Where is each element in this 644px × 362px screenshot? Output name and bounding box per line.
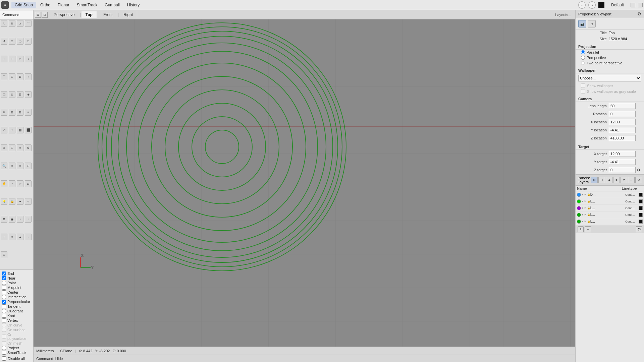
wallpaper-dropdown[interactable]: Choose...: [578, 75, 641, 81]
viewport-canvas[interactable]: Top: [34, 19, 575, 347]
tool-move[interactable]: ✛: [1, 56, 7, 62]
tab-top[interactable]: Top: [82, 11, 97, 18]
lens-input[interactable]: [609, 103, 636, 109]
tool-orbit[interactable]: ⊙: [9, 38, 15, 45]
tool-extrude[interactable]: ↑: [25, 73, 32, 80]
proj-twopoint-radio[interactable]: [581, 61, 585, 65]
tab-perspective[interactable]: Perspective: [50, 11, 79, 18]
menu-smart-track[interactable]: SmartTrack: [73, 2, 101, 8]
layer-row-4[interactable]: ● ☀ 🔒 L... Conti...: [576, 218, 644, 225]
layer-tab-icon-2[interactable]: □: [598, 177, 605, 183]
proj-parallel-row[interactable]: Parallel: [576, 50, 644, 55]
tool-layer[interactable]: ≡: [17, 144, 23, 151]
yloc-input[interactable]: [609, 127, 636, 133]
tool-misc3[interactable]: ▲: [17, 234, 23, 240]
tool-measure[interactable]: ⊞: [25, 180, 32, 187]
tool-zoom-all[interactable]: ⊕: [17, 163, 23, 169]
tool-lock[interactable]: 🔒: [9, 198, 15, 205]
nav-target-button[interactable]: ⊙: [588, 1, 596, 9]
xloc-input[interactable]: [609, 119, 636, 125]
tool-gear[interactable]: ⚙: [1, 216, 7, 223]
tool-misc4[interactable]: →: [25, 234, 32, 240]
view-camera-icon[interactable]: 📷: [578, 20, 586, 27]
tool-circle[interactable]: ○: [25, 198, 32, 205]
tool-select2[interactable]: ⊕: [9, 20, 15, 27]
proj-perspective-radio[interactable]: [581, 56, 585, 60]
osnap-center-checkbox[interactable]: [2, 290, 6, 294]
tool-scale[interactable]: ⊞: [9, 56, 15, 62]
osnap-center[interactable]: Center: [2, 290, 31, 295]
layer-row-2[interactable]: ● ☀ 🔒 L... Conti...: [576, 205, 644, 212]
tool-select[interactable]: ↖: [1, 20, 7, 27]
osnap-knot[interactable]: Knot: [2, 313, 31, 318]
tool-extend[interactable]: ⇥: [25, 56, 32, 62]
osnap-vertex-checkbox[interactable]: [2, 318, 6, 322]
layer-tab-icon-5[interactable]: ?: [621, 177, 627, 183]
status-cplane[interactable]: CPlane: [60, 349, 72, 353]
xtarget-input[interactable]: [609, 151, 636, 157]
tool-trim[interactable]: ✂: [17, 56, 23, 62]
menu-gumball[interactable]: Gumball: [101, 2, 123, 8]
tool-text[interactable]: T: [9, 127, 15, 133]
osnap-quadrant[interactable]: Quadrant: [2, 309, 31, 313]
zloc-input[interactable]: [609, 135, 636, 141]
osnap-midpoint[interactable]: Midpoint: [2, 285, 31, 290]
window-minimize[interactable]: [631, 3, 635, 7]
properties-gear-icon[interactable]: ⚙: [637, 11, 641, 16]
osnap-project-checkbox[interactable]: [2, 346, 6, 350]
tab-right[interactable]: Right: [119, 11, 137, 18]
tool-point1[interactable]: •: [9, 180, 15, 187]
tool-hatch[interactable]: ▦: [17, 127, 23, 133]
tool-split[interactable]: ⊠: [17, 73, 23, 80]
layer-tab-icon-1[interactable]: ⊞: [591, 177, 598, 183]
tool-rect[interactable]: □: [25, 38, 32, 45]
menu-ortho[interactable]: Ortho: [37, 2, 54, 8]
tool-dim[interactable]: ◁: [1, 127, 7, 133]
tool-mirror[interactable]: ⊟: [17, 109, 23, 116]
osnap-smarttrack-checkbox[interactable]: [2, 351, 6, 355]
layouts-button[interactable]: Layouts...: [552, 12, 574, 18]
tool-join[interactable]: ⊞: [9, 73, 15, 80]
tool-surface[interactable]: ◫: [1, 91, 7, 98]
osnap-intersection-checkbox[interactable]: [2, 295, 6, 299]
tool-misc2[interactable]: ⊕: [9, 234, 15, 240]
command-input[interactable]: [0, 10, 33, 19]
tool-properties[interactable]: ⚙: [25, 144, 32, 151]
osnap-perp-checkbox[interactable]: [2, 300, 6, 304]
tool-point2[interactable]: ◎: [17, 180, 23, 187]
tool-nurbs[interactable]: ⊗: [9, 91, 15, 98]
tool-sphere[interactable]: ◉: [9, 216, 15, 223]
tool-zoom-out[interactable]: ⊖: [9, 163, 15, 169]
tab-front[interactable]: Front: [99, 11, 117, 18]
layers-gear-icon[interactable]: ⚙: [635, 177, 642, 183]
viewport-icon-grid[interactable]: ⊞: [35, 12, 41, 18]
tool-pan[interactable]: ✋: [1, 180, 7, 187]
tool-zoom-sel[interactable]: ⊡: [25, 163, 32, 169]
proj-parallel-radio[interactable]: [581, 50, 585, 54]
proj-perspective-row[interactable]: Perspective: [576, 55, 644, 60]
tool-offset[interactable]: ≡: [25, 109, 32, 116]
osnap-near[interactable]: Near: [2, 276, 31, 281]
disable-all-row[interactable]: Disable all: [2, 356, 31, 361]
osnap-smarttrack[interactable]: SmartTrack: [2, 350, 31, 355]
viewport-icon-single[interactable]: □: [42, 12, 48, 18]
osnap-tangent-checkbox[interactable]: [2, 304, 6, 308]
osnap-quadrant-checkbox[interactable]: [2, 309, 6, 313]
tool-grid[interactable]: ⊞: [9, 144, 15, 151]
osnap-project[interactable]: Project: [2, 346, 31, 350]
tool-lasso[interactable]: ◌: [17, 38, 23, 45]
tool-light[interactable]: 💡: [1, 198, 7, 205]
tool-arrow[interactable]: ↓: [25, 216, 32, 223]
tool-dot[interactable]: •: [17, 216, 23, 223]
osnap-tangent[interactable]: Tangent: [2, 304, 31, 309]
view-rect-icon[interactable]: □: [588, 20, 596, 27]
ytarget-input[interactable]: [609, 159, 636, 165]
tool-misc5[interactable]: ⊞: [1, 251, 7, 258]
ztarget-gear-icon[interactable]: ⚙: [637, 168, 640, 172]
layer-remove-button[interactable]: -: [585, 226, 591, 232]
tool-color[interactable]: ●: [17, 198, 23, 205]
rotation-input[interactable]: [609, 111, 636, 117]
menu-history[interactable]: History: [124, 2, 143, 8]
osnap-point-checkbox[interactable]: [2, 281, 6, 285]
layer-row-3[interactable]: ● ☀ 🔒 L... Conti...: [576, 212, 644, 218]
